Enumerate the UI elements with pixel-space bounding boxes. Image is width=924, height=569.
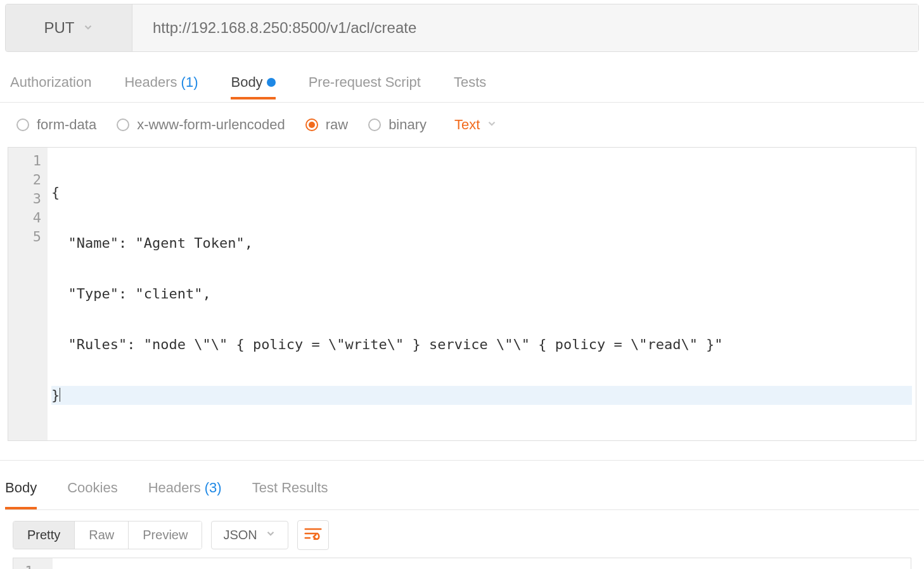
tab-body[interactable]: Body xyxy=(231,74,275,99)
response-tab-headers-label: Headers xyxy=(148,480,201,502)
radio-raw-label: raw xyxy=(326,117,348,133)
response-toolbar: Pretty Raw Preview JSON xyxy=(5,510,919,558)
response-tab-headers[interactable]: Headers (3) xyxy=(148,480,222,509)
tab-pre-request-label: Pre-request Script xyxy=(309,74,421,91)
tab-authorization-label: Authorization xyxy=(10,74,91,91)
code-line: { xyxy=(51,183,912,202)
body-format-dropdown[interactable]: Text xyxy=(454,117,497,133)
line-number: 4 xyxy=(17,208,41,227)
code-text: } xyxy=(51,387,60,403)
line-number: 3 xyxy=(17,189,41,208)
editor-gutter: 1 2 3 4 5 xyxy=(8,148,48,440)
code-line: "Rules": "node \"\" { policy = \"write\"… xyxy=(51,335,912,354)
line-number: 2 xyxy=(17,170,41,189)
radio-binary[interactable]: binary xyxy=(368,117,427,133)
dot-indicator-icon xyxy=(267,78,276,87)
code-line: "Name": "Agent Token", xyxy=(51,234,912,253)
tab-headers-label: Headers xyxy=(124,74,177,91)
response-format-label: JSON xyxy=(223,528,257,542)
radio-binary-label: binary xyxy=(388,117,427,133)
request-body-editor[interactable]: 1 2 3 4 5 { "Name": "Agent Token", "Type… xyxy=(8,147,916,441)
tab-headers[interactable]: Headers (1) xyxy=(124,74,198,99)
radio-form-data-label: form-data xyxy=(37,117,96,133)
line-number: 1 xyxy=(17,151,41,170)
response-tab-body-label: Body xyxy=(5,480,37,502)
http-method-dropdown[interactable]: PUT xyxy=(6,4,132,51)
body-format-label: Text xyxy=(454,117,480,133)
http-method-label: PUT xyxy=(44,19,75,37)
response-section: Body Cookies Headers (3) Test Results Pr… xyxy=(0,460,924,569)
request-tabs: Authorization Headers (1) Body Pre-reque… xyxy=(0,71,924,103)
radio-icon xyxy=(368,118,381,131)
response-tab-test-results[interactable]: Test Results xyxy=(252,480,328,509)
view-raw-button[interactable]: Raw xyxy=(74,521,128,549)
body-type-selector: form-data x-www-form-urlencoded raw bina… xyxy=(0,103,924,142)
response-tab-cookies-label: Cookies xyxy=(67,480,117,502)
view-mode-group: Pretty Raw Preview xyxy=(13,521,202,549)
response-gutter: 1 ▼ 2 3 xyxy=(13,558,53,569)
radio-urlencoded-label: x-www-form-urlencoded xyxy=(137,117,285,133)
line-number: 1 ▼ xyxy=(22,562,46,569)
response-body-viewer[interactable]: 1 ▼ 2 3 { "ID": "f61c723b-07b4-38ac-f09c… xyxy=(13,558,911,569)
radio-icon xyxy=(16,118,29,131)
radio-raw[interactable]: raw xyxy=(305,117,348,133)
request-bar: PUT xyxy=(5,4,919,52)
response-tab-cookies[interactable]: Cookies xyxy=(67,480,117,509)
response-tab-headers-count: (3) xyxy=(205,480,222,502)
response-tabs: Body Cookies Headers (3) Test Results xyxy=(5,480,919,510)
view-pretty-button[interactable]: Pretty xyxy=(13,521,74,549)
tab-pre-request-script[interactable]: Pre-request Script xyxy=(309,74,421,99)
text-cursor-icon xyxy=(60,388,60,402)
tab-tests[interactable]: Tests xyxy=(454,74,486,99)
line-number: 5 xyxy=(17,227,41,246)
fold-arrow-icon[interactable]: ▼ xyxy=(42,563,46,569)
wrap-lines-button[interactable] xyxy=(297,520,329,550)
chevron-down-icon xyxy=(265,528,276,542)
chevron-down-icon xyxy=(486,117,497,133)
code-line: "Type": "client", xyxy=(51,284,912,304)
tab-headers-count: (1) xyxy=(181,74,198,91)
radio-x-www-form-urlencoded[interactable]: x-www-form-urlencoded xyxy=(117,117,285,133)
tab-authorization[interactable]: Authorization xyxy=(10,74,91,99)
chevron-down-icon xyxy=(82,19,94,37)
tab-tests-label: Tests xyxy=(454,74,486,91)
radio-icon xyxy=(117,118,129,131)
radio-form-data[interactable]: form-data xyxy=(16,117,96,133)
response-tab-body[interactable]: Body xyxy=(5,480,37,509)
code-line: } xyxy=(51,386,912,405)
editor-content[interactable]: { "Name": "Agent Token", "Type": "client… xyxy=(48,148,916,440)
response-format-dropdown[interactable]: JSON xyxy=(211,521,288,549)
radio-icon xyxy=(305,118,318,131)
response-tab-test-results-label: Test Results xyxy=(252,480,328,502)
request-url-input[interactable] xyxy=(132,4,918,51)
view-preview-button[interactable]: Preview xyxy=(128,521,202,549)
wrap-lines-icon xyxy=(304,526,322,544)
response-content: { "ID": "f61c723b-07b4-38ac-f09c-7942f5f… xyxy=(53,558,911,569)
tab-body-label: Body xyxy=(231,74,262,91)
